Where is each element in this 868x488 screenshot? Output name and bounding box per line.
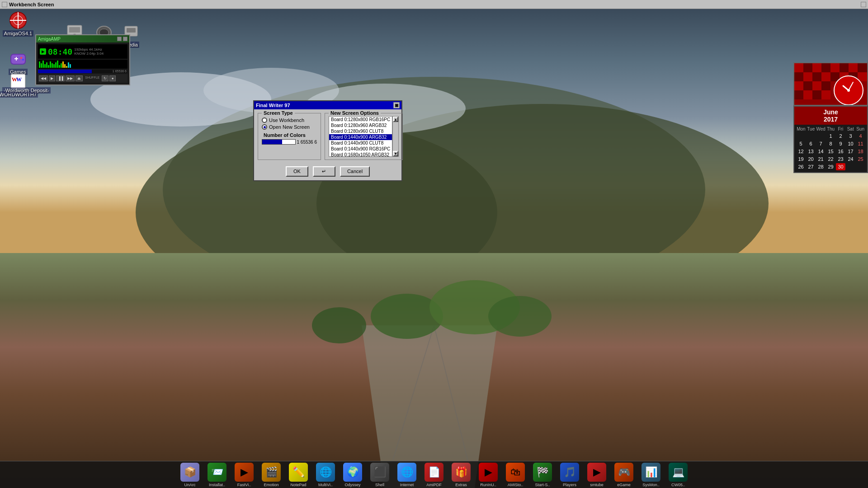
titlebar-close-button[interactable] <box>2 2 7 7</box>
dock-item-emotion[interactable]: 🎬Emotion <box>258 462 284 488</box>
calendar-day[interactable]: 14 <box>816 148 826 155</box>
dock-item-smtube[interactable]: ▶smtube <box>584 462 610 488</box>
amp-bar <box>61 63 62 68</box>
dock-item-odyssey[interactable]: 🌍Odyssey <box>340 462 366 488</box>
calendar-day[interactable]: 4 <box>856 132 865 140</box>
dock-item-installat[interactable]: 📨Installat.. <box>204 462 230 488</box>
desktop-icon-games[interactable]: Games <box>2 50 34 75</box>
calendar-day[interactable]: 17 <box>846 148 855 155</box>
dock-item-notepad[interactable]: ✏️NotePad <box>285 462 311 488</box>
internet-dock-icon: 🌐 <box>397 463 416 482</box>
screen-list-item-s5[interactable]: Board 0:1440x900 CLUT8 <box>329 140 392 146</box>
dock-item-sysmon[interactable]: 📊SysMon.. <box>638 462 664 488</box>
fw-return-button[interactable]: ↵ <box>313 166 335 177</box>
calendar-day[interactable]: 13 <box>806 148 816 155</box>
desktop-icon-wordworth7[interactable]: W W WORDWORTH7 <box>2 72 34 98</box>
egame-dock-icon: 🎮 <box>614 463 633 482</box>
amp-repeat-btn[interactable]: ↻ <box>102 75 108 81</box>
screen-list-scrollbar[interactable]: ▲ ▼ <box>392 116 399 157</box>
calendar-day[interactable]: 21 <box>816 155 826 163</box>
screen-list-item-s2[interactable]: Board 0:1280x960 ARGB32 <box>329 122 392 128</box>
calendar-day[interactable]: 19 <box>796 155 806 163</box>
calendar-day[interactable]: 10 <box>846 140 855 147</box>
calendar-day[interactable]: 29 <box>826 163 835 170</box>
screen-list-container: Board 0:1280x800 RGB16PCBoard 0:1280x960… <box>329 116 399 157</box>
fw-dialog-title: Final Writer 97 <box>256 103 290 108</box>
calendar-day[interactable]: 18 <box>856 148 865 155</box>
calendar-day[interactable]: 2 <box>836 132 845 140</box>
radio-open-new-screen[interactable]: Open New Screen <box>262 124 317 130</box>
amp-play-indicator: ▶ <box>40 48 46 55</box>
fw-dialog-close-button[interactable]: ▣ <box>393 102 400 108</box>
screen-list-item-s6[interactable]: Board 0:1440x900 RGB16PC <box>329 146 392 152</box>
calendar-day[interactable]: 6 <box>806 140 816 147</box>
titlebar-expand-button[interactable] <box>861 2 866 7</box>
calendar-day[interactable]: 20 <box>806 155 816 163</box>
calendar-day[interactable]: 25 <box>856 155 865 163</box>
dock-item-cw[interactable]: 💻CW05.. <box>665 462 691 488</box>
amp-play-btn[interactable]: ▶ <box>49 75 55 81</box>
svg-rect-35 <box>794 63 803 72</box>
amiga-amp-minimize[interactable] <box>117 37 122 41</box>
amp-stop-btn[interactable]: ⏏ <box>75 75 83 81</box>
amp-bar <box>48 65 49 68</box>
calendar-day[interactable]: 12 <box>796 148 806 155</box>
calendar-day[interactable]: 9 <box>836 140 845 147</box>
svg-rect-44 <box>840 63 849 72</box>
calendar-day[interactable]: 28 <box>816 163 826 170</box>
fw-ok-button[interactable]: OK <box>286 166 308 177</box>
calendar-day[interactable]: 30 <box>836 163 845 170</box>
dock-item-shell[interactable]: ⬛Shell <box>367 462 393 488</box>
calendar-day[interactable]: 5 <box>796 140 806 147</box>
calendar-year: 2017 <box>824 116 838 123</box>
calendar-day[interactable]: 24 <box>846 155 855 163</box>
screen-list-item-s4[interactable]: Board 0:1440x900 ARGB32 <box>329 134 392 140</box>
desktop-icon-amigaos4[interactable]: AmigaOS4.1 <box>2 11 34 37</box>
dock-item-starts[interactable]: 🏁Start-S.. <box>529 462 556 488</box>
amp-time: 08:40 <box>48 47 72 56</box>
calendar-day[interactable]: 11 <box>856 140 865 147</box>
radio-use-workbench[interactable]: Use Workbench <box>262 117 317 123</box>
amp-bar <box>57 61 58 68</box>
amp-next-btn[interactable]: ▶▶ <box>66 75 75 81</box>
screen-list-item-s3[interactable]: Board 0:1280x960 CLUT8 <box>329 128 392 134</box>
calendar-day[interactable]: 22 <box>826 155 835 163</box>
calendar-day[interactable]: 7 <box>816 140 826 147</box>
dock-item-amipdf[interactable]: 📄AmiPDF <box>421 462 447 488</box>
screen-list-item-s7[interactable]: Board 0:1680x1050 ARGB32 <box>329 152 392 157</box>
dock-item-players[interactable]: 🎵Players <box>557 462 583 488</box>
screen-options-list[interactable]: Board 0:1280x800 RGB16PCBoard 0:1280x960… <box>329 116 392 157</box>
odyssey-dock-icon: 🌍 <box>343 463 362 482</box>
amp-progress-bar[interactable]: 1 65536 6 <box>38 70 127 73</box>
dock-item-fastv[interactable]: ▶FastVi.. <box>231 462 257 488</box>
fw-dialog-titlebar[interactable]: Final Writer 97 ▣ <box>254 101 401 109</box>
dock-item-egame[interactable]: 🎮eGame <box>611 462 637 488</box>
dock-item-amisto[interactable]: 🛍AMISto.. <box>502 462 528 488</box>
amp-record-btn[interactable]: ● <box>109 75 116 81</box>
calendar-day[interactable]: 27 <box>806 163 816 170</box>
calendar-day[interactable]: 8 <box>826 140 835 147</box>
dock-item-internet[interactable]: 🌐Internet <box>394 462 420 488</box>
amp-prev-btn[interactable]: ◀◀ <box>39 75 48 81</box>
calendar-day[interactable]: 16 <box>836 148 845 155</box>
dock-item-unarc[interactable]: 📦UnArc <box>177 462 203 488</box>
scroll-down-button[interactable]: ▼ <box>393 151 398 156</box>
screen-list-item-s1[interactable]: Board 0:1280x800 RGB16PC <box>329 117 392 122</box>
calendar-day[interactable]: 26 <box>796 163 806 170</box>
dock-item-extras[interactable]: 🎁Extras <box>448 462 474 488</box>
calendar-day[interactable]: 23 <box>836 155 845 163</box>
scroll-up-button[interactable]: ▲ <box>393 117 398 122</box>
svg-point-62 <box>847 89 850 92</box>
amp-pause-btn[interactable]: ▐▐ <box>56 75 65 81</box>
svg-rect-53 <box>794 90 803 99</box>
calendar-day[interactable]: 15 <box>826 148 835 155</box>
amiga-amp-close[interactable] <box>123 37 127 41</box>
amiga-amp-titlebar[interactable]: AmigaAMP <box>36 35 129 42</box>
calendar-day[interactable]: 1 <box>826 132 835 140</box>
fw-cancel-button[interactable]: Cancel <box>340 166 370 177</box>
amiga-amp-player: AmigaAMP ▶ 08:40 192kbps 44.1kHz KNOW 2:… <box>35 34 130 85</box>
colors-bar[interactable] <box>262 139 296 145</box>
dock-item-multivi[interactable]: 🌐MultiVi.. <box>312 462 339 488</box>
calendar-day[interactable]: 3 <box>846 132 855 140</box>
dock-item-runinu[interactable]: ▶RunInU.. <box>475 462 501 488</box>
